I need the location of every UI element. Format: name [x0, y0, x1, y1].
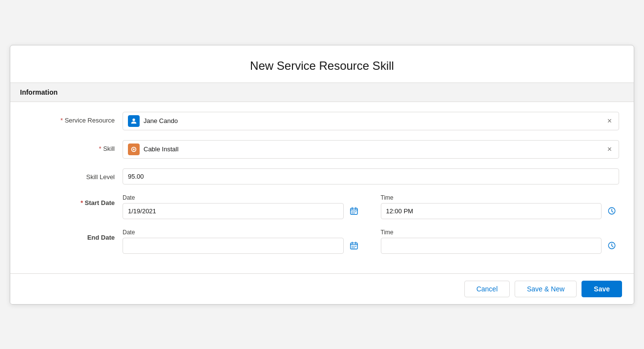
end-date-calendar-button[interactable] [347, 238, 361, 253]
service-resource-clear-button[interactable]: × [605, 116, 614, 126]
end-time-input[interactable] [381, 238, 602, 254]
service-resource-lookup[interactable]: Jane Cando × [123, 112, 619, 130]
skill-value: Cable Install [144, 145, 605, 153]
start-time-group: Time [381, 194, 620, 219]
start-time-group-label: Time [381, 194, 620, 201]
skill-row: Skill Cable Install × [25, 140, 619, 159]
form-body: Service Resource Jane Cando × Skill [10, 102, 634, 273]
end-date-label: End Date [25, 229, 123, 241]
svg-rect-21 [352, 247, 353, 248]
start-time-clock-button[interactable] [604, 204, 619, 218]
svg-rect-7 [353, 211, 354, 212]
svg-rect-9 [352, 213, 353, 214]
service-resource-label: Service Resource [25, 112, 123, 124]
skill-level-input[interactable] [123, 168, 619, 185]
save-new-button[interactable]: Save & New [515, 281, 577, 297]
end-date-group: Date [123, 229, 361, 254]
svg-rect-18 [352, 246, 353, 247]
svg-point-1 [133, 148, 135, 150]
modal-footer: Cancel Save & New Save [10, 273, 634, 304]
skill-clear-button[interactable]: × [605, 144, 614, 154]
end-time-clock-button[interactable] [604, 238, 619, 253]
service-resource-control: Jane Cando × [123, 112, 619, 130]
service-resource-icon [128, 115, 140, 127]
information-section-header: Information [10, 82, 634, 102]
end-date-control: Date [123, 229, 619, 254]
modal-title: New Service Resource Skill [20, 59, 624, 73]
section-title: Information [20, 88, 58, 96]
start-date-control: Date [123, 194, 619, 219]
start-date-time-row: Date [123, 194, 619, 219]
skill-label: Skill [25, 140, 123, 152]
save-button[interactable]: Save [582, 281, 622, 297]
start-date-group-label: Date [123, 194, 361, 201]
svg-rect-22 [353, 247, 354, 248]
start-date-input-wrap [123, 203, 361, 219]
end-time-group: Time [381, 229, 620, 254]
service-resource-value: Jane Cando [144, 117, 605, 124]
start-date-label: Start Date [25, 194, 123, 206]
end-date-time-row: Date [123, 229, 619, 254]
start-date-row: Start Date Date [25, 194, 619, 219]
end-date-input-wrap [123, 238, 361, 254]
end-date-group-label: Date [123, 229, 361, 236]
svg-rect-19 [353, 246, 354, 247]
end-date-input[interactable] [123, 238, 344, 254]
start-time-input[interactable] [381, 203, 602, 219]
skill-icon [128, 144, 140, 155]
svg-rect-6 [352, 211, 353, 212]
svg-line-25 [612, 246, 613, 246]
svg-rect-10 [353, 213, 354, 214]
svg-rect-20 [355, 246, 356, 247]
service-resource-row: Service Resource Jane Cando × [25, 112, 619, 130]
modal-header: New Service Resource Skill [10, 45, 634, 82]
skill-level-row: Skill Level [25, 168, 619, 185]
skill-level-control [123, 168, 619, 185]
svg-line-13 [612, 211, 613, 212]
skill-level-label: Skill Level [25, 168, 123, 181]
start-date-input[interactable] [123, 203, 344, 219]
skill-control: Cable Install × [123, 140, 619, 159]
new-service-resource-skill-modal: New Service Resource Skill Information S… [10, 45, 634, 305]
end-date-row: End Date Date [25, 229, 619, 254]
end-time-input-wrap [381, 238, 620, 254]
end-time-group-label: Time [381, 229, 620, 236]
start-date-calendar-button[interactable] [347, 204, 361, 218]
start-date-group: Date [123, 194, 361, 219]
cancel-button[interactable]: Cancel [464, 281, 510, 297]
skill-lookup[interactable]: Cable Install × [123, 140, 619, 159]
svg-rect-8 [355, 211, 356, 212]
start-time-input-wrap [381, 203, 620, 219]
